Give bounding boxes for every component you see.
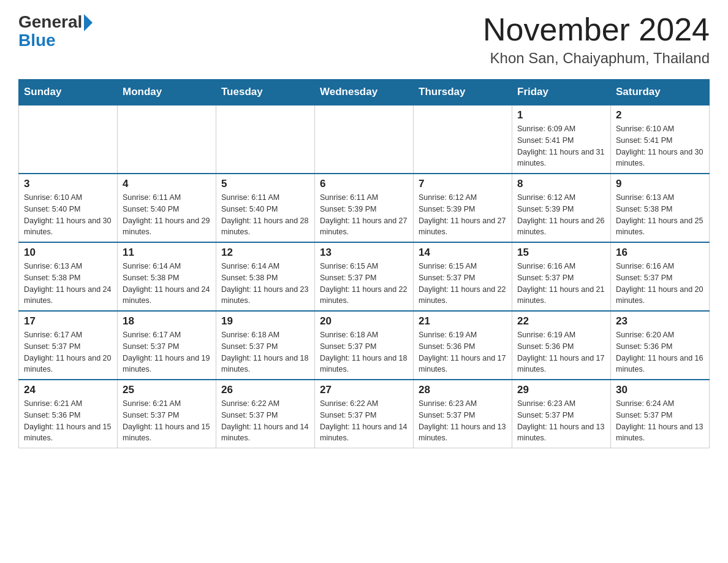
calendar-cell [315, 105, 414, 174]
day-info: Sunrise: 6:18 AMSunset: 5:37 PMDaylight:… [221, 329, 309, 375]
day-number: 18 [123, 315, 211, 327]
calendar-cell: 2Sunrise: 6:10 AMSunset: 5:41 PMDaylight… [611, 105, 710, 174]
day-info: Sunrise: 6:16 AMSunset: 5:37 PMDaylight:… [616, 261, 704, 307]
calendar-cell: 8Sunrise: 6:12 AMSunset: 5:39 PMDaylight… [512, 174, 611, 242]
calendar-cell: 11Sunrise: 6:14 AMSunset: 5:38 PMDayligh… [118, 242, 216, 311]
weekday-header-wednesday: Wednesday [315, 80, 414, 105]
logo-blue-text: Blue [18, 31, 56, 50]
day-number: 20 [320, 315, 408, 327]
weekday-header-tuesday: Tuesday [216, 80, 315, 105]
day-number: 4 [123, 178, 211, 190]
day-number: 10 [24, 247, 112, 259]
day-number: 16 [616, 247, 704, 259]
calendar-cell [414, 105, 512, 174]
day-number: 17 [24, 315, 112, 327]
calendar-cell: 7Sunrise: 6:12 AMSunset: 5:39 PMDaylight… [414, 174, 512, 242]
calendar-cell: 5Sunrise: 6:11 AMSunset: 5:40 PMDaylight… [216, 174, 315, 242]
day-info: Sunrise: 6:11 AMSunset: 5:40 PMDaylight:… [221, 192, 309, 238]
day-number: 28 [419, 384, 507, 396]
day-number: 22 [517, 315, 605, 327]
month-title: November 2024 [483, 12, 710, 47]
calendar-cell: 9Sunrise: 6:13 AMSunset: 5:38 PMDaylight… [611, 174, 710, 242]
calendar-cell: 28Sunrise: 6:23 AMSunset: 5:37 PMDayligh… [414, 380, 512, 448]
day-info: Sunrise: 6:20 AMSunset: 5:36 PMDaylight:… [616, 329, 704, 375]
calendar-cell: 14Sunrise: 6:15 AMSunset: 5:37 PMDayligh… [414, 242, 512, 311]
weekday-header-friday: Friday [512, 80, 611, 105]
calendar-table: SundayMondayTuesdayWednesdayThursdayFrid… [18, 79, 710, 448]
day-number: 12 [221, 247, 309, 259]
title-block: November 2024 Khon San, Chaiyaphum, Thai… [483, 12, 710, 67]
day-info: Sunrise: 6:17 AMSunset: 5:37 PMDaylight:… [123, 329, 211, 375]
logo: General Blue [18, 12, 93, 50]
day-info: Sunrise: 6:21 AMSunset: 5:36 PMDaylight:… [24, 398, 112, 444]
day-number: 14 [419, 247, 507, 259]
day-info: Sunrise: 6:17 AMSunset: 5:37 PMDaylight:… [24, 329, 112, 375]
day-info: Sunrise: 6:12 AMSunset: 5:39 PMDaylight:… [419, 192, 507, 238]
day-info: Sunrise: 6:22 AMSunset: 5:37 PMDaylight:… [320, 398, 408, 444]
day-info: Sunrise: 6:12 AMSunset: 5:39 PMDaylight:… [517, 192, 605, 238]
day-info: Sunrise: 6:10 AMSunset: 5:40 PMDaylight:… [24, 192, 112, 238]
calendar-cell: 10Sunrise: 6:13 AMSunset: 5:38 PMDayligh… [19, 242, 118, 311]
calendar-cell [118, 105, 216, 174]
day-info: Sunrise: 6:11 AMSunset: 5:40 PMDaylight:… [123, 192, 211, 238]
weekday-header-sunday: Sunday [19, 80, 118, 105]
day-number: 11 [123, 247, 211, 259]
day-info: Sunrise: 6:19 AMSunset: 5:36 PMDaylight:… [419, 329, 507, 375]
calendar-cell: 26Sunrise: 6:22 AMSunset: 5:37 PMDayligh… [216, 380, 315, 448]
calendar-cell: 21Sunrise: 6:19 AMSunset: 5:36 PMDayligh… [414, 311, 512, 380]
calendar-cell: 12Sunrise: 6:14 AMSunset: 5:38 PMDayligh… [216, 242, 315, 311]
calendar-cell: 30Sunrise: 6:24 AMSunset: 5:37 PMDayligh… [611, 380, 710, 448]
day-number: 15 [517, 247, 605, 259]
calendar-cell: 3Sunrise: 6:10 AMSunset: 5:40 PMDaylight… [19, 174, 118, 242]
week-row-2: 3Sunrise: 6:10 AMSunset: 5:40 PMDaylight… [19, 174, 710, 242]
day-info: Sunrise: 6:14 AMSunset: 5:38 PMDaylight:… [123, 261, 211, 307]
weekday-header-thursday: Thursday [414, 80, 512, 105]
day-info: Sunrise: 6:22 AMSunset: 5:37 PMDaylight:… [221, 398, 309, 444]
day-info: Sunrise: 6:19 AMSunset: 5:36 PMDaylight:… [517, 329, 605, 375]
day-number: 29 [517, 384, 605, 396]
calendar-cell: 22Sunrise: 6:19 AMSunset: 5:36 PMDayligh… [512, 311, 611, 380]
week-row-4: 17Sunrise: 6:17 AMSunset: 5:37 PMDayligh… [19, 311, 710, 380]
calendar-cell [19, 105, 118, 174]
day-number: 23 [616, 315, 704, 327]
calendar-cell: 24Sunrise: 6:21 AMSunset: 5:36 PMDayligh… [19, 380, 118, 448]
day-info: Sunrise: 6:14 AMSunset: 5:38 PMDaylight:… [221, 261, 309, 307]
logo-general-text: General [18, 12, 82, 32]
calendar-cell: 18Sunrise: 6:17 AMSunset: 5:37 PMDayligh… [118, 311, 216, 380]
calendar-cell: 16Sunrise: 6:16 AMSunset: 5:37 PMDayligh… [611, 242, 710, 311]
day-info: Sunrise: 6:11 AMSunset: 5:39 PMDaylight:… [320, 192, 408, 238]
day-info: Sunrise: 6:23 AMSunset: 5:37 PMDaylight:… [517, 398, 605, 444]
calendar-cell: 29Sunrise: 6:23 AMSunset: 5:37 PMDayligh… [512, 380, 611, 448]
day-info: Sunrise: 6:18 AMSunset: 5:37 PMDaylight:… [320, 329, 408, 375]
weekday-header-monday: Monday [118, 80, 216, 105]
day-number: 5 [221, 178, 309, 190]
location-title: Khon San, Chaiyaphum, Thailand [483, 50, 710, 67]
day-number: 3 [24, 178, 112, 190]
week-row-1: 1Sunrise: 6:09 AMSunset: 5:41 PMDaylight… [19, 105, 710, 174]
day-info: Sunrise: 6:13 AMSunset: 5:38 PMDaylight:… [616, 192, 704, 238]
page-header: General Blue November 2024 Khon San, Cha… [18, 12, 710, 67]
day-number: 6 [320, 178, 408, 190]
calendar-cell: 20Sunrise: 6:18 AMSunset: 5:37 PMDayligh… [315, 311, 414, 380]
day-info: Sunrise: 6:09 AMSunset: 5:41 PMDaylight:… [517, 123, 605, 169]
calendar-cell [216, 105, 315, 174]
day-number: 19 [221, 315, 309, 327]
day-number: 25 [123, 384, 211, 396]
day-number: 2 [616, 109, 704, 121]
calendar-cell: 23Sunrise: 6:20 AMSunset: 5:36 PMDayligh… [611, 311, 710, 380]
week-row-5: 24Sunrise: 6:21 AMSunset: 5:36 PMDayligh… [19, 380, 710, 448]
day-info: Sunrise: 6:15 AMSunset: 5:37 PMDaylight:… [320, 261, 408, 307]
day-info: Sunrise: 6:24 AMSunset: 5:37 PMDaylight:… [616, 398, 704, 444]
calendar-header-row: SundayMondayTuesdayWednesdayThursdayFrid… [19, 80, 710, 105]
day-number: 26 [221, 384, 309, 396]
calendar-cell: 27Sunrise: 6:22 AMSunset: 5:37 PMDayligh… [315, 380, 414, 448]
calendar-cell: 25Sunrise: 6:21 AMSunset: 5:37 PMDayligh… [118, 380, 216, 448]
day-number: 24 [24, 384, 112, 396]
calendar-cell: 1Sunrise: 6:09 AMSunset: 5:41 PMDaylight… [512, 105, 611, 174]
logo-arrow-icon [84, 14, 93, 31]
calendar-cell: 15Sunrise: 6:16 AMSunset: 5:37 PMDayligh… [512, 242, 611, 311]
day-info: Sunrise: 6:21 AMSunset: 5:37 PMDaylight:… [123, 398, 211, 444]
calendar-cell: 19Sunrise: 6:18 AMSunset: 5:37 PMDayligh… [216, 311, 315, 380]
day-info: Sunrise: 6:16 AMSunset: 5:37 PMDaylight:… [517, 261, 605, 307]
day-info: Sunrise: 6:10 AMSunset: 5:41 PMDaylight:… [616, 123, 704, 169]
